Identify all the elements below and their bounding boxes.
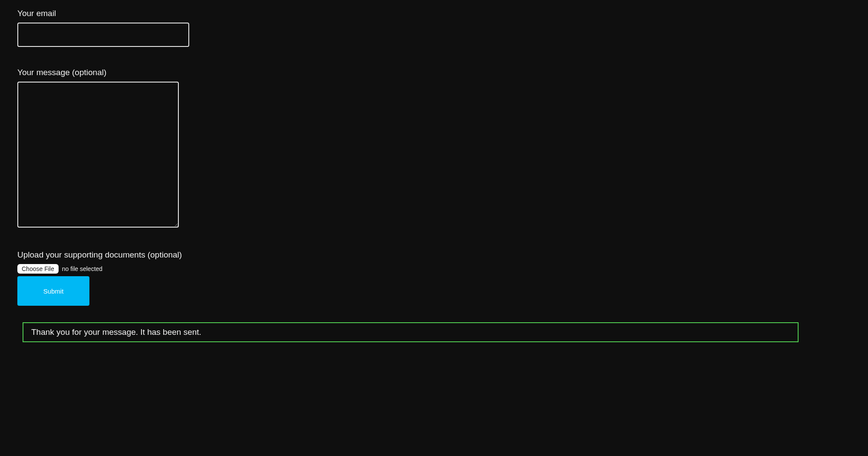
- upload-label: Upload your supporting documents (option…: [17, 250, 851, 260]
- message-textarea[interactable]: [17, 82, 179, 228]
- submit-button[interactable]: Submit: [17, 276, 89, 306]
- choose-file-button[interactable]: Choose File: [17, 264, 59, 274]
- message-label: Your message (optional): [17, 68, 851, 77]
- email-input[interactable]: [17, 23, 189, 47]
- email-label: Your email: [17, 9, 851, 18]
- success-notification: Thank you for your message. It has been …: [23, 322, 799, 342]
- file-status-text: no file selected: [62, 265, 102, 272]
